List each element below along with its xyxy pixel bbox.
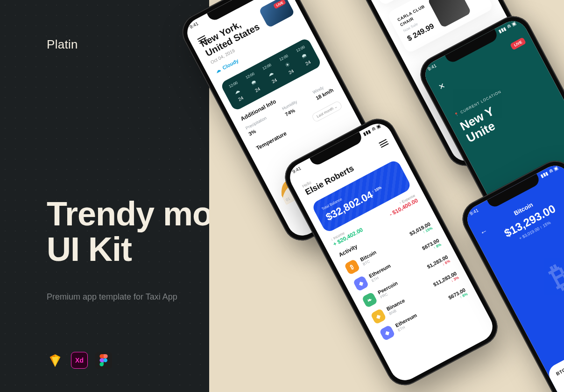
status-time: 9:41: [427, 63, 437, 72]
screen-bitcoin: 9:41 ▮▮▮ ⋒ ▣ ← Bitcoin $13,293.00 + $3,0…: [462, 161, 564, 392]
hour-cell[interactable]: 12:00🌧24: [295, 44, 314, 69]
hour-cell[interactable]: 12:00☁24: [261, 62, 280, 86]
sketch-icon: [47, 352, 63, 369]
live-badge: LIVE: [273, 0, 286, 9]
bottom-sheet[interactable]: BTC/USD ▾: [545, 317, 564, 392]
coin-icon: ❧: [361, 292, 378, 308]
phone-bitcoin: 9:41 ▮▮▮ ⋒ ▣ ← Bitcoin $13,293.00 + $3,0…: [456, 154, 564, 392]
condition-label: Cloudy: [221, 57, 240, 70]
cloud-icon: ☁: [214, 67, 222, 75]
bitcoin-icon: ₿: [544, 258, 564, 295]
xd-icon: Xd: [71, 352, 88, 369]
status-icons: ▮▮▮ ⋒ ▣: [498, 21, 517, 34]
coin-list: ₿BitcoinBTC$3,019.00↑ 15%◆EthereumETH$67…: [342, 217, 470, 344]
hour-cell[interactable]: 12:00☀24: [278, 53, 297, 77]
hour-cell[interactable]: 12:00🌧24: [245, 71, 263, 96]
figma-icon: [95, 352, 112, 369]
chevron-down-icon: ⌄: [333, 104, 338, 109]
coin-icon: ◆: [352, 275, 369, 292]
mockup-cluster: 9:41 ▮▮▮ ⋒ ▣ LIVE New York, United State…: [209, 0, 564, 392]
coin-icon: ₿: [344, 259, 360, 275]
svg-point-3: [103, 358, 107, 363]
live-badge: LIVE: [510, 37, 526, 50]
close-icon[interactable]: ✕: [437, 81, 446, 92]
headline-line2: UI Kit: [47, 231, 132, 268]
tool-badges: Xd: [47, 352, 112, 369]
pair-selector[interactable]: BTC/USD ▾: [555, 326, 564, 376]
coin-icon: ◈: [370, 308, 387, 324]
coin-icon: ◆: [379, 325, 395, 341]
balance-pct: ↑ 15%: [371, 185, 382, 194]
hour-cell[interactable]: 12:00☁24: [228, 80, 247, 105]
promo-canvas: Platin Trendy mobile UI Kit Premium app …: [0, 0, 564, 392]
